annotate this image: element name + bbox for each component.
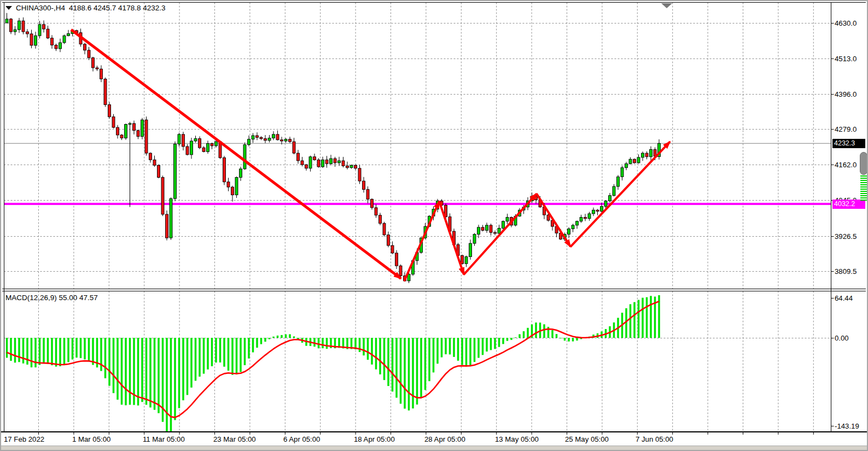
- candle-body: [379, 215, 382, 224]
- price-axis-label: 4630.0: [835, 19, 857, 27]
- macd-layer: [6, 295, 660, 432]
- macd-histogram-bar: [88, 338, 90, 361]
- macd-histogram-bar: [395, 338, 398, 397]
- macd-histogram-bar: [269, 338, 271, 339]
- trend-arrow[interactable]: [537, 194, 570, 247]
- candle-body: [190, 141, 193, 155]
- candle-body: [63, 36, 66, 43]
- time-axis-label: 13 May 05:00: [495, 435, 539, 443]
- candle-body: [276, 134, 279, 140]
- candle-body: [67, 33, 70, 36]
- macd-histogram-bar: [39, 338, 41, 365]
- candle-body: [313, 157, 316, 160]
- candle-body: [248, 139, 251, 145]
- candle-body: [178, 134, 180, 144]
- macd-histogram-bar: [22, 338, 25, 364]
- candle-body: [330, 159, 333, 163]
- macd-histogram-bar: [108, 338, 110, 386]
- macd-histogram-bar: [461, 338, 463, 365]
- candle-body: [166, 214, 168, 238]
- candle-body: [211, 143, 213, 145]
- candle-body: [22, 21, 25, 32]
- macd-histogram-bar: [408, 338, 410, 411]
- chart-title: CHINA300-,H4 4188.6 4245.7 4178.8 4232.3: [5, 4, 165, 12]
- candle-body: [572, 225, 574, 229]
- trend-arrow[interactable]: [570, 142, 670, 247]
- candle-body: [149, 153, 152, 160]
- chart-shift-triangle-icon[interactable]: [661, 3, 672, 8]
- macd-histogram-bar: [141, 338, 143, 402]
- macd-histogram-bar: [121, 338, 123, 405]
- chart-canvas[interactable]: 4630.04513.04396.04279.04162.04045.03926…: [1, 1, 867, 450]
- macd-histogram-bar: [416, 338, 418, 405]
- macd-histogram-bar: [182, 338, 184, 400]
- macd-axis-label: -143.19: [835, 422, 859, 430]
- candle-body: [621, 168, 624, 177]
- candle-body: [469, 243, 472, 256]
- scrollbar-thumb[interactable]: [860, 152, 867, 175]
- candle-body: [305, 165, 308, 168]
- macd-histogram-bar: [18, 338, 20, 362]
- macd-histogram-bar: [100, 338, 102, 371]
- candle-body: [116, 127, 119, 135]
- candle-body: [322, 160, 324, 167]
- price-axis-label: 4279.0: [835, 125, 857, 133]
- candle-body: [120, 135, 123, 138]
- candle-body: [342, 161, 345, 166]
- candle-body: [129, 124, 131, 125]
- candle-body: [161, 177, 164, 214]
- macd-histogram-bar: [477, 338, 480, 358]
- macd-histogram-bar: [392, 338, 394, 391]
- candle-body: [617, 177, 620, 186]
- trend-arrows-layer[interactable]: [71, 30, 670, 281]
- candle-body: [334, 159, 336, 163]
- trend-arrow[interactable]: [71, 30, 401, 278]
- macd-histogram-bar: [572, 338, 574, 341]
- macd-histogram-bar: [174, 338, 176, 420]
- macd-histogram-bar: [379, 338, 381, 374]
- candle-body: [383, 224, 386, 235]
- macd-histogram-bar: [215, 338, 217, 362]
- macd-histogram-bar: [277, 336, 279, 338]
- macd-histogram-bar: [400, 338, 402, 403]
- candle-body: [14, 30, 16, 32]
- macd-histogram-bar: [449, 338, 451, 354]
- macd-histogram-bar: [104, 338, 107, 378]
- macd-histogram-bar: [228, 338, 230, 371]
- macd-histogram-bar: [178, 338, 180, 408]
- macd-histogram-bar: [482, 338, 484, 355]
- candle-body: [43, 25, 45, 29]
- macd-histogram-bar: [137, 338, 139, 406]
- candle-body: [235, 177, 238, 195]
- candle-body: [601, 207, 603, 212]
- candle-body: [309, 157, 312, 168]
- macd-histogram-bar: [465, 338, 468, 367]
- candle-body: [59, 43, 62, 49]
- macd-histogram-bar: [264, 338, 266, 342]
- candle-body: [125, 125, 127, 138]
- candle-body: [506, 218, 509, 221]
- macd-histogram-bar: [125, 338, 127, 405]
- macd-histogram-bar: [474, 338, 476, 362]
- volume-stripes-decor: [860, 175, 867, 201]
- trend-arrow[interactable]: [439, 201, 464, 274]
- candle-body: [227, 182, 230, 187]
- price-axis-label: 4162.0: [835, 161, 857, 169]
- macd-histogram-bar: [424, 338, 427, 390]
- macd-histogram-bar: [523, 331, 525, 338]
- candle-body: [207, 143, 209, 151]
- trend-arrow[interactable]: [404, 201, 439, 281]
- price-axis-label: 4513.0: [835, 55, 857, 63]
- candle-body: [158, 165, 160, 177]
- symbol-marker-icon: [5, 6, 12, 10]
- candle-body: [547, 215, 550, 220]
- candle-body: [371, 199, 374, 208]
- candle-body: [358, 168, 361, 181]
- candle-body: [297, 153, 300, 161]
- candle-body: [363, 181, 365, 190]
- candle-body: [494, 232, 497, 233]
- macd-histogram-bar: [519, 334, 521, 338]
- macd-histogram-bar: [80, 338, 82, 358]
- candle-body: [473, 235, 476, 244]
- candle-body: [5, 19, 8, 23]
